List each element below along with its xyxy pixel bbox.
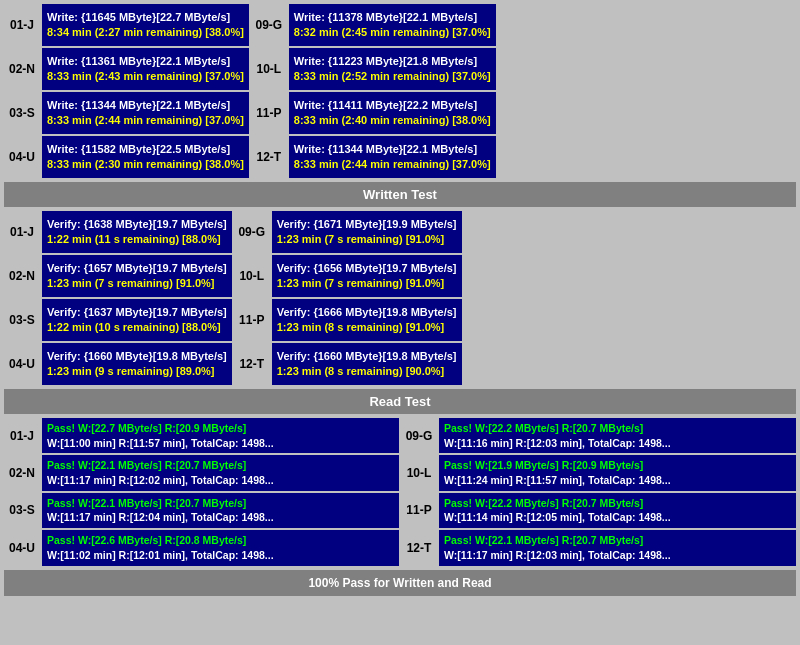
- verify-line2-09g: 1:23 min (7 s remaining) [91.0%]: [277, 232, 457, 247]
- verify-row-1: 01-J Verify: {1638 MByte}[19.7 MByte/s] …: [4, 211, 796, 253]
- device-id-11p-verify: 11-P: [234, 299, 270, 341]
- write-row-4: 04-U Write: {11582 MByte}[22.5 MByte/s] …: [4, 136, 796, 178]
- pass-line1-11p: Pass! W:[22.2 MByte/s] R:[20.7 MByte/s]: [444, 496, 791, 511]
- verify-line1-10l: Verify: {1656 MByte}[19.7 MByte/s]: [277, 261, 457, 276]
- write-cell-09g: Write: {11378 MByte}[22.1 MByte/s] 8:32 …: [289, 4, 496, 46]
- verify-line1-04u: Verify: {1660 MByte}[19.8 MByte/s]: [47, 349, 227, 364]
- pass-cell-02n: Pass! W:[22.1 MByte/s] R:[20.7 MByte/s] …: [42, 455, 399, 490]
- device-id-04u-pass: 04-U: [4, 530, 40, 565]
- verify-row-3: 03-S Verify: {1637 MByte}[19.7 MByte/s] …: [4, 299, 796, 341]
- device-id-09g-write: 09-G: [251, 4, 287, 46]
- device-id-03s-pass: 03-S: [4, 493, 40, 528]
- verify-row-2: 02-N Verify: {1657 MByte}[19.7 MByte/s] …: [4, 255, 796, 297]
- pass-line1-02n: Pass! W:[22.1 MByte/s] R:[20.7 MByte/s]: [47, 458, 394, 473]
- verify-cell-12t: Verify: {1660 MByte}[19.8 MByte/s] 1:23 …: [272, 343, 462, 385]
- verify-line1-03s: Verify: {1637 MByte}[19.7 MByte/s]: [47, 305, 227, 320]
- verify-line2-02n: 1:23 min (7 s remaining) [91.0%]: [47, 276, 227, 291]
- write-line1-09g: Write: {11378 MByte}[22.1 MByte/s]: [294, 10, 491, 25]
- verify-cell-10l: Verify: {1656 MByte}[19.7 MByte/s] 1:23 …: [272, 255, 462, 297]
- read-test-header: Read Test: [4, 389, 796, 414]
- write-line2-09g: 8:32 min (2:45 min remaining) [37.0%]: [294, 25, 491, 40]
- pass-line2-12t: W:[11:17 min] R:[12:03 min], TotalCap: 1…: [444, 548, 791, 563]
- verify-line2-04u: 1:23 min (9 s remaining) [89.0%]: [47, 364, 227, 379]
- pass-row-1: 01-J Pass! W:[22.7 MByte/s] R:[20.9 MByt…: [4, 418, 796, 453]
- verify-line1-12t: Verify: {1660 MByte}[19.8 MByte/s]: [277, 349, 457, 364]
- pass-line2-02n: W:[11:17 min] R:[12:02 min], TotalCap: 1…: [47, 473, 394, 488]
- device-id-12t-write: 12-T: [251, 136, 287, 178]
- verify-line2-03s: 1:22 min (10 s remaining) [88.0%]: [47, 320, 227, 335]
- device-id-12t-verify: 12-T: [234, 343, 270, 385]
- main-container: 01-J Write: {11645 MByte}[22.7 MByte/s] …: [0, 0, 800, 600]
- verify-row-4: 04-U Verify: {1660 MByte}[19.8 MByte/s] …: [4, 343, 796, 385]
- pass-cell-12t: Pass! W:[22.1 MByte/s] R:[20.7 MByte/s] …: [439, 530, 796, 565]
- device-id-10l-pass: 10-L: [401, 455, 437, 490]
- pass-line2-11p: W:[11:14 min] R:[12:05 min], TotalCap: 1…: [444, 510, 791, 525]
- pass-line2-03s: W:[11:17 min] R:[12:04 min], TotalCap: 1…: [47, 510, 394, 525]
- device-id-01j-verify: 01-J: [4, 211, 40, 253]
- verify-line2-12t: 1:23 min (8 s remaining) [90.0%]: [277, 364, 457, 379]
- pass-line1-04u: Pass! W:[22.6 MByte/s] R:[20.8 MByte/s]: [47, 533, 394, 548]
- pass-cell-04u: Pass! W:[22.6 MByte/s] R:[20.8 MByte/s] …: [42, 530, 399, 565]
- pass-line1-03s: Pass! W:[22.1 MByte/s] R:[20.7 MByte/s]: [47, 496, 394, 511]
- pass-line2-09g: W:[11:16 min] R:[12:03 min], TotalCap: 1…: [444, 436, 791, 451]
- verify-line1-09g: Verify: {1671 MByte}[19.9 MByte/s]: [277, 217, 457, 232]
- device-id-10l-write: 10-L: [251, 48, 287, 90]
- write-line2-01j: 8:34 min (2:27 min remaining) [38.0%]: [47, 25, 244, 40]
- verify-line2-10l: 1:23 min (7 s remaining) [91.0%]: [277, 276, 457, 291]
- write-line1-11p: Write: {11411 MByte}[22.2 MByte/s]: [294, 98, 491, 113]
- written-test-header: Written Test: [4, 182, 796, 207]
- pass-line2-10l: W:[11:24 min] R:[11:57 min], TotalCap: 1…: [444, 473, 791, 488]
- write-row-1: 01-J Write: {11645 MByte}[22.7 MByte/s] …: [4, 4, 796, 46]
- verify-cell-04u: Verify: {1660 MByte}[19.8 MByte/s] 1:23 …: [42, 343, 232, 385]
- verify-cell-03s: Verify: {1637 MByte}[19.7 MByte/s] 1:22 …: [42, 299, 232, 341]
- device-id-12t-pass: 12-T: [401, 530, 437, 565]
- write-line1-12t: Write: {11344 MByte}[22.1 MByte/s]: [294, 142, 491, 157]
- pass-row-2: 02-N Pass! W:[22.1 MByte/s] R:[20.7 MByt…: [4, 455, 796, 490]
- write-row-3: 03-S Write: {11344 MByte}[22.1 MByte/s] …: [4, 92, 796, 134]
- pass-section: 01-J Pass! W:[22.7 MByte/s] R:[20.9 MByt…: [4, 418, 796, 566]
- write-cell-12t: Write: {11344 MByte}[22.1 MByte/s] 8:33 …: [289, 136, 496, 178]
- verify-line1-02n: Verify: {1657 MByte}[19.7 MByte/s]: [47, 261, 227, 276]
- verify-line2-01j: 1:22 min (11 s remaining) [88.0%]: [47, 232, 227, 247]
- pass-line1-09g: Pass! W:[22.2 MByte/s] R:[20.7 MByte/s]: [444, 421, 791, 436]
- write-line1-03s: Write: {11344 MByte}[22.1 MByte/s]: [47, 98, 244, 113]
- device-id-09g-pass: 09-G: [401, 418, 437, 453]
- pass-line1-10l: Pass! W:[21.9 MByte/s] R:[20.9 MByte/s]: [444, 458, 791, 473]
- write-line1-02n: Write: {11361 MByte}[22.1 MByte/s]: [47, 54, 244, 69]
- write-line1-01j: Write: {11645 MByte}[22.7 MByte/s]: [47, 10, 244, 25]
- write-line2-04u: 8:33 min (2:30 min remaining) [38.0%]: [47, 157, 244, 172]
- device-id-03s-verify: 03-S: [4, 299, 40, 341]
- write-line1-10l: Write: {11223 MByte}[21.8 MByte/s]: [294, 54, 491, 69]
- device-id-01j-pass: 01-J: [4, 418, 40, 453]
- write-line2-12t: 8:33 min (2:44 min remaining) [37.0%]: [294, 157, 491, 172]
- write-line2-10l: 8:33 min (2:52 min remaining) [37.0%]: [294, 69, 491, 84]
- verify-line2-11p: 1:23 min (8 s remaining) [91.0%]: [277, 320, 457, 335]
- verify-cell-09g: Verify: {1671 MByte}[19.9 MByte/s] 1:23 …: [272, 211, 462, 253]
- pass-row-4: 04-U Pass! W:[22.6 MByte/s] R:[20.8 MByt…: [4, 530, 796, 565]
- write-cell-01j: Write: {11645 MByte}[22.7 MByte/s] 8:34 …: [42, 4, 249, 46]
- device-id-10l-verify: 10-L: [234, 255, 270, 297]
- pass-line2-01j: W:[11:00 min] R:[11:57 min], TotalCap: 1…: [47, 436, 394, 451]
- verify-line1-01j: Verify: {1638 MByte}[19.7 MByte/s]: [47, 217, 227, 232]
- write-section: 01-J Write: {11645 MByte}[22.7 MByte/s] …: [4, 4, 796, 178]
- write-cell-04u: Write: {11582 MByte}[22.5 MByte/s] 8:33 …: [42, 136, 249, 178]
- device-id-03s-write: 03-S: [4, 92, 40, 134]
- pass-cell-09g: Pass! W:[22.2 MByte/s] R:[20.7 MByte/s] …: [439, 418, 796, 453]
- verify-cell-01j: Verify: {1638 MByte}[19.7 MByte/s] 1:22 …: [42, 211, 232, 253]
- write-line2-11p: 8:33 min (2:40 min remaining) [38.0%]: [294, 113, 491, 128]
- verify-line1-11p: Verify: {1666 MByte}[19.8 MByte/s]: [277, 305, 457, 320]
- write-line2-02n: 8:33 min (2:43 min remaining) [37.0%]: [47, 69, 244, 84]
- verify-cell-11p: Verify: {1666 MByte}[19.8 MByte/s] 1:23 …: [272, 299, 462, 341]
- device-id-02n-write: 02-N: [4, 48, 40, 90]
- pass-cell-11p: Pass! W:[22.2 MByte/s] R:[20.7 MByte/s] …: [439, 493, 796, 528]
- pass-line1-01j: Pass! W:[22.7 MByte/s] R:[20.9 MByte/s]: [47, 421, 394, 436]
- device-id-09g-verify: 09-G: [234, 211, 270, 253]
- write-line1-04u: Write: {11582 MByte}[22.5 MByte/s]: [47, 142, 244, 157]
- write-cell-02n: Write: {11361 MByte}[22.1 MByte/s] 8:33 …: [42, 48, 249, 90]
- pass-line1-12t: Pass! W:[22.1 MByte/s] R:[20.7 MByte/s]: [444, 533, 791, 548]
- device-id-11p-pass: 11-P: [401, 493, 437, 528]
- device-id-11p-write: 11-P: [251, 92, 287, 134]
- write-row-2: 02-N Write: {11361 MByte}[22.1 MByte/s] …: [4, 48, 796, 90]
- write-cell-10l: Write: {11223 MByte}[21.8 MByte/s] 8:33 …: [289, 48, 496, 90]
- pass-line2-04u: W:[11:02 min] R:[12:01 min], TotalCap: 1…: [47, 548, 394, 563]
